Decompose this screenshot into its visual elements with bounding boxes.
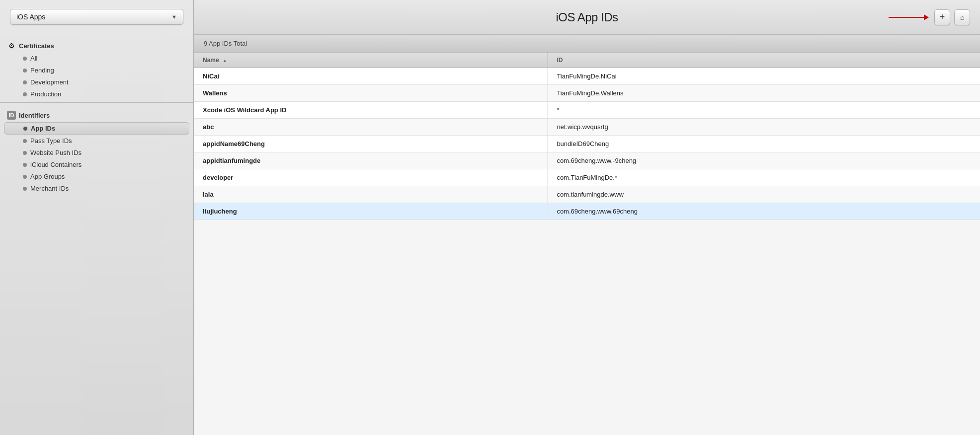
cell-name: abc — [194, 119, 548, 136]
sidebar-item-label: iCloud Containers — [30, 161, 82, 168]
column-header-name[interactable]: Name ▲ — [194, 53, 548, 68]
sidebar-item-pass-type-ids[interactable]: Pass Type IDs — [4, 135, 189, 146]
sidebar-item-website-push-ids[interactable]: Website Push IDs — [4, 147, 189, 158]
identifiers-section-title: Identifiers — [19, 112, 50, 119]
identifiers-icon: ID — [7, 111, 16, 120]
table-row[interactable]: NiCaiTianFuMingDe.NiCai — [194, 68, 980, 85]
table-row[interactable]: WallensTianFuMingDe.Wallens — [194, 85, 980, 102]
bullet-icon — [23, 187, 27, 191]
cell-name: lala — [194, 186, 548, 203]
bullet-icon — [23, 69, 27, 72]
sidebar-item-icloud-containers[interactable]: iCloud Containers — [4, 159, 189, 170]
table-row[interactable]: appidName69ChengbundleID69Cheng — [194, 136, 980, 152]
add-button[interactable]: + — [934, 9, 950, 25]
search-button[interactable]: ⌕ — [954, 9, 970, 25]
search-icon: ⌕ — [960, 13, 965, 21]
arrow-indicator — [889, 17, 928, 18]
bullet-icon — [23, 92, 27, 96]
bullet-icon — [23, 57, 27, 61]
cell-id: TianFuMingDe.Wallens — [548, 85, 980, 102]
cell-name: appidName69Cheng — [194, 136, 548, 152]
chevron-down-icon: ▼ — [171, 14, 177, 20]
table-row[interactable]: liujiuchengcom.69cheng.www.69cheng — [194, 203, 980, 220]
cell-id: com.tianfumingde.www — [548, 186, 980, 203]
page-title: iOS App IDs — [556, 10, 618, 24]
table-container: 9 App IDs Total Name ▲ ID NiCaiTianFuMin… — [194, 35, 980, 435]
certificates-icon: ⚙ — [7, 41, 16, 50]
header-actions: + ⌕ — [889, 9, 970, 25]
sidebar-item-all[interactable]: All — [4, 53, 189, 64]
sidebar-item-label: Website Push IDs — [30, 149, 82, 156]
app-ids-table: Name ▲ ID NiCaiTianFuMingDe.NiCaiWallens… — [194, 53, 980, 220]
cell-id: * — [548, 102, 980, 119]
sidebar-item-pending[interactable]: Pending — [4, 65, 189, 76]
bullet-icon — [23, 80, 27, 84]
bullet-icon — [23, 163, 27, 167]
sidebar: iOS Apps ▼ ⚙ Certificates All Pending De… — [0, 0, 194, 435]
table-row[interactable]: appidtianfumingdecom.69cheng.www.-9cheng — [194, 152, 980, 169]
column-header-id[interactable]: ID — [548, 53, 980, 68]
platform-dropdown-label: iOS Apps — [16, 13, 45, 21]
certificates-section-header: ⚙ Certificates — [0, 39, 193, 52]
sidebar-item-label: Pass Type IDs — [30, 137, 72, 145]
identifiers-section: ID Identifiers App IDs Pass Type IDs Web… — [0, 105, 193, 197]
bullet-icon — [23, 139, 27, 143]
bullet-icon — [23, 151, 27, 155]
main-content: iOS App IDs + ⌕ 9 App IDs Total Name ▲ — [194, 0, 980, 435]
table-row[interactable]: Xcode iOS Wildcard App ID* — [194, 102, 980, 119]
table-row[interactable]: developercom.TianFuMingDe.* — [194, 169, 980, 186]
cell-name: liujiucheng — [194, 203, 548, 220]
sidebar-item-label: All — [30, 55, 37, 62]
cell-name: developer — [194, 169, 548, 186]
cell-name: Wallens — [194, 85, 548, 102]
identifiers-section-header: ID Identifiers — [0, 109, 193, 122]
sidebar-item-label: Merchant IDs — [30, 185, 69, 192]
sidebar-item-label: Pending — [30, 67, 54, 74]
sidebar-item-app-ids[interactable]: App IDs — [4, 122, 189, 135]
table-row[interactable]: abcnet.wicp.wvqusrtg — [194, 119, 980, 136]
sidebar-item-development[interactable]: Development — [4, 76, 189, 88]
sidebar-item-label: App Groups — [30, 173, 65, 180]
sidebar-item-label: Development — [30, 78, 69, 86]
certificates-section-title: Certificates — [19, 42, 54, 50]
cell-id: TianFuMingDe.NiCai — [548, 68, 980, 85]
table-row[interactable]: lalacom.tianfumingde.www — [194, 186, 980, 203]
sidebar-item-production[interactable]: Production — [4, 88, 189, 100]
cell-id: bundleID69Cheng — [548, 136, 980, 152]
sidebar-item-app-groups[interactable]: App Groups — [4, 171, 189, 182]
sidebar-item-label: Production — [30, 90, 61, 98]
table-header-row: Name ▲ ID — [194, 53, 980, 68]
sidebar-item-merchant-ids[interactable]: Merchant IDs — [4, 183, 189, 194]
arrow-line — [889, 17, 928, 18]
sidebar-divider-top — [0, 33, 193, 33]
sort-asc-icon: ▲ — [223, 58, 227, 63]
cell-name: Xcode iOS Wildcard App ID — [194, 102, 548, 119]
platform-dropdown[interactable]: iOS Apps ▼ — [10, 9, 183, 25]
certificates-section: ⚙ Certificates All Pending Development P… — [0, 35, 193, 102]
bullet-icon — [23, 127, 27, 131]
cell-id: com.TianFuMingDe.* — [548, 169, 980, 186]
sidebar-divider-middle — [0, 102, 193, 103]
cell-id: com.69cheng.www.69cheng — [548, 203, 980, 220]
main-header: iOS App IDs + ⌕ — [194, 0, 980, 35]
sidebar-item-label: App IDs — [31, 125, 55, 132]
bullet-icon — [23, 175, 27, 179]
cell-name: appidtianfumingde — [194, 152, 548, 169]
cell-id: com.69cheng.www.-9cheng — [548, 152, 980, 169]
cell-id: net.wicp.wvqusrtg — [548, 119, 980, 136]
cell-name: NiCai — [194, 68, 548, 85]
table-summary-bar: 9 App IDs Total — [194, 35, 980, 53]
